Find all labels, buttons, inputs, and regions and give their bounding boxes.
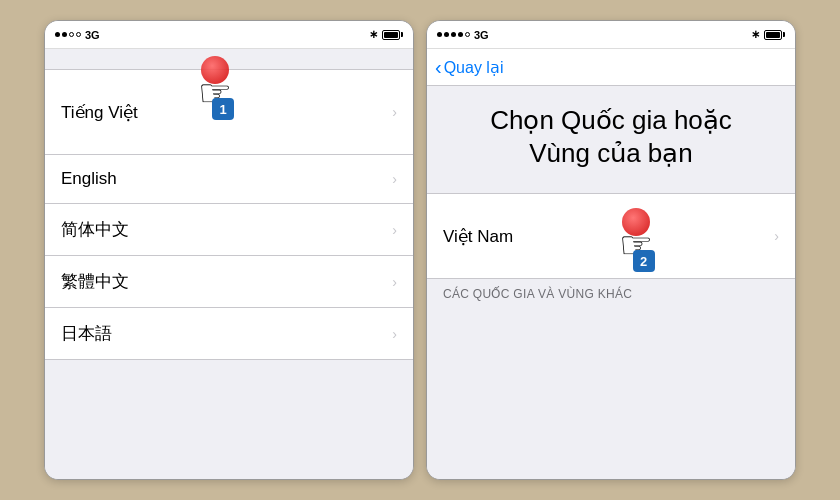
status-bar-1: 3G ∗: [45, 21, 413, 49]
lang-item-chinese-simplified[interactable]: 简体中文 ›: [45, 204, 413, 256]
page-title: Chọn Quốc gia hoặcVùng của bạn: [447, 104, 775, 169]
dot2-2: [444, 32, 449, 37]
cursor-2: ☞ 2: [619, 208, 653, 264]
signal-dots-2: [437, 32, 470, 37]
status-left-1: 3G: [55, 29, 100, 41]
battery-1: [382, 30, 403, 40]
phone-2: 3G ∗ ‹ Quay lại: [426, 20, 796, 480]
cursor-1: ☞ 1: [198, 56, 232, 112]
lang-item-english[interactable]: English ›: [45, 155, 413, 204]
status-bar-2: 3G ∗: [427, 21, 795, 49]
bluetooth-icon-1: ∗: [369, 28, 378, 41]
chevron-1: ›: [392, 104, 397, 120]
chevron-2: ›: [392, 171, 397, 187]
back-button[interactable]: ‹ Quay lại: [435, 57, 503, 77]
phone-1: 3G ∗ Tiếng Việt: [44, 20, 414, 480]
status-right-2: ∗: [751, 28, 785, 41]
chevron-4: ›: [392, 274, 397, 290]
lang-label-traditional: 繁體中文: [61, 270, 129, 293]
network-label-1: 3G: [85, 29, 100, 41]
network-label-2: 3G: [474, 29, 489, 41]
chevron-5: ›: [392, 326, 397, 342]
step-badge-2: 2: [633, 250, 655, 272]
back-label: Quay lại: [444, 58, 504, 77]
signal-dots-1: [55, 32, 81, 37]
battery-2: [764, 30, 785, 40]
nav-bar-2: ‹ Quay lại: [427, 49, 795, 86]
bluetooth-icon-2: ∗: [751, 28, 760, 41]
lang-label-japanese: 日本語: [61, 322, 112, 345]
page-title-area: Chọn Quốc gia hoặcVùng của bạn: [427, 86, 795, 181]
lang-item-japanese[interactable]: 日本語 ›: [45, 308, 413, 360]
dot2-1: [437, 32, 442, 37]
country-label-vietnam: Việt Nam: [443, 226, 513, 247]
dot2-4: [458, 32, 463, 37]
dot1: [55, 32, 60, 37]
section-header-other: CÁC QUỐC GIA VÀ VÙNG KHÁC: [427, 279, 795, 305]
chevron-3: ›: [392, 222, 397, 238]
country-item-vietnam[interactable]: Việt Nam ☞ 2 ›: [427, 193, 795, 279]
status-right-1: ∗: [369, 28, 403, 41]
country-screen: ‹ Quay lại Chọn Quốc gia hoặcVùng của bạ…: [427, 49, 795, 479]
lang-label-english: English: [61, 169, 117, 189]
lang-item-chinese-traditional[interactable]: 繁體中文 ›: [45, 256, 413, 308]
lang-label-tieng-viet: Tiếng Việt: [61, 102, 138, 123]
country-list: Việt Nam ☞ 2 ›: [427, 193, 795, 279]
dot3: [69, 32, 74, 37]
language-list: Tiếng Việt ☞ 1 › English › 简体中文: [45, 69, 413, 360]
lang-item-tieng-viet[interactable]: Tiếng Việt ☞ 1 ›: [45, 69, 413, 155]
status-left-2: 3G: [437, 29, 489, 41]
language-list-screen: Tiếng Việt ☞ 1 › English › 简体中文: [45, 49, 413, 479]
step-badge-1: 1: [212, 98, 234, 120]
dot2-5: [465, 32, 470, 37]
back-chevron-icon: ‹: [435, 57, 442, 77]
dot4: [76, 32, 81, 37]
lang-label-simplified: 简体中文: [61, 218, 129, 241]
chevron-vietnam: ›: [774, 228, 779, 244]
dot2-3: [451, 32, 456, 37]
dot2: [62, 32, 67, 37]
